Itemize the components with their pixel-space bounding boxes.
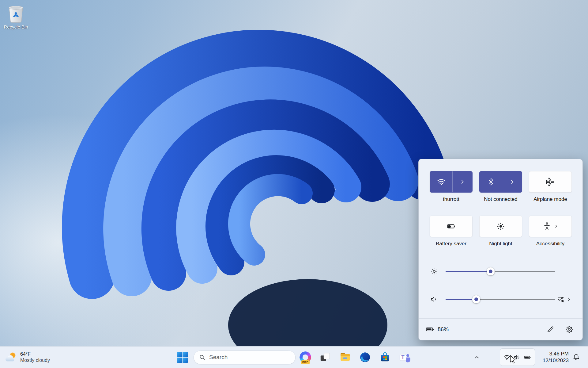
battery-saver-button[interactable] bbox=[430, 216, 473, 237]
recycle-bin-label: Recycle Bin bbox=[4, 24, 28, 29]
chevron-up-icon bbox=[473, 354, 480, 361]
wifi-icon bbox=[503, 354, 511, 361]
settings-button[interactable] bbox=[565, 325, 573, 333]
notifications-button[interactable] bbox=[572, 354, 580, 361]
edge-button[interactable] bbox=[358, 349, 372, 365]
edit-quick-settings-button[interactable] bbox=[546, 325, 554, 333]
partly-cloudy-icon bbox=[4, 351, 17, 363]
taskbar-center: Search bbox=[175, 349, 412, 365]
night-light-button[interactable] bbox=[479, 216, 522, 237]
volume-fill bbox=[446, 299, 476, 300]
airplane-mode-label: Airplane mode bbox=[533, 196, 567, 202]
windows-start-icon bbox=[177, 352, 188, 363]
recycle-bin[interactable]: Recycle Bin bbox=[2, 3, 29, 29]
night-light-label: Night light bbox=[489, 241, 512, 247]
hidden-icons-button[interactable] bbox=[473, 349, 481, 365]
edge-icon bbox=[359, 351, 371, 363]
volume-slider[interactable] bbox=[446, 299, 555, 300]
wifi-button[interactable] bbox=[430, 171, 473, 193]
taskbar-apps: PRE bbox=[298, 349, 412, 365]
clock[interactable]: 3:46 PM 12/10/2023 bbox=[543, 351, 569, 364]
bluetooth-label: Not connected bbox=[484, 196, 518, 202]
copilot-preview-button[interactable]: PRE bbox=[298, 349, 313, 365]
clock-date: 12/10/2023 bbox=[543, 357, 569, 364]
taskbar: 64°F Mostly cloudy bbox=[0, 346, 588, 368]
teams-button[interactable]: T bbox=[398, 349, 412, 365]
bluetooth-icon bbox=[480, 171, 502, 192]
quick-settings-tray-button[interactable] bbox=[500, 348, 535, 366]
accessibility-icon bbox=[542, 222, 552, 231]
wifi-expand-chevron-icon[interactable] bbox=[453, 171, 472, 192]
quick-settings-row-1: thurrott Not connected bbox=[430, 171, 571, 202]
speaker-icon bbox=[514, 354, 521, 361]
battery-status-button[interactable] bbox=[425, 325, 435, 333]
search-box[interactable]: Search bbox=[194, 351, 296, 364]
accessibility-button[interactable] bbox=[529, 216, 572, 237]
search-placeholder: Search bbox=[209, 354, 228, 361]
battery-icon bbox=[524, 354, 531, 361]
desktop: Recycle Bin thurrott bbox=[0, 0, 588, 368]
onedrive-button[interactable] bbox=[485, 365, 496, 368]
file-explorer-icon bbox=[339, 351, 352, 363]
brightness-slider-thumb[interactable] bbox=[487, 267, 495, 275]
clock-time: 3:46 PM bbox=[549, 351, 569, 357]
weather-temperature: 64°F bbox=[20, 351, 50, 357]
pencil-icon bbox=[546, 325, 554, 333]
microsoft-store-icon bbox=[379, 351, 391, 363]
copilot-preview-badge: PRE bbox=[301, 360, 310, 364]
quick-settings-panel: thurrott Not connected bbox=[418, 159, 583, 340]
audio-output-icon bbox=[557, 295, 565, 303]
airplane-icon bbox=[546, 177, 555, 186]
quick-settings-row-2: Battery saver Night light bbox=[430, 216, 571, 247]
gear-icon bbox=[565, 325, 573, 333]
wifi-icon bbox=[430, 171, 452, 192]
battery-icon bbox=[425, 325, 435, 333]
recycle-bin-icon bbox=[6, 3, 26, 23]
bell-icon bbox=[572, 354, 580, 361]
file-explorer-button[interactable] bbox=[338, 349, 352, 365]
night-light-icon bbox=[496, 222, 505, 231]
bluetooth-button[interactable] bbox=[479, 171, 522, 193]
battery-saver-icon bbox=[447, 222, 456, 231]
accessibility-label: Accessibility bbox=[536, 241, 565, 247]
wallpaper-bloom bbox=[31, 6, 447, 362]
task-view-button[interactable] bbox=[318, 349, 333, 365]
brightness-slider[interactable] bbox=[446, 271, 555, 272]
search-icon bbox=[199, 354, 205, 361]
accessibility-expand-chevron-icon bbox=[554, 224, 558, 228]
airplane-mode-button[interactable] bbox=[529, 171, 572, 193]
brightness-fill bbox=[446, 271, 491, 272]
wifi-label: thurrott bbox=[443, 196, 459, 202]
brightness-row bbox=[419, 263, 582, 279]
volume-row bbox=[419, 291, 582, 307]
quick-settings-footer: 86% bbox=[419, 318, 582, 340]
task-view-icon bbox=[319, 351, 331, 363]
battery-saver-label: Battery saver bbox=[436, 241, 466, 247]
start-button[interactable] bbox=[175, 349, 190, 365]
widgets-weather-button[interactable]: 64°F Mostly cloudy bbox=[4, 351, 50, 363]
teams-icon: T bbox=[399, 351, 411, 363]
chevron-right-icon bbox=[566, 297, 571, 302]
brightness-icon bbox=[430, 267, 439, 275]
microsoft-store-button[interactable] bbox=[378, 349, 392, 365]
svg-text:T: T bbox=[401, 355, 405, 360]
speaker-icon bbox=[430, 295, 439, 303]
weather-condition: Mostly cloudy bbox=[20, 357, 50, 363]
volume-slider-thumb[interactable] bbox=[472, 295, 480, 303]
audio-output-button[interactable] bbox=[557, 295, 571, 303]
battery-percent-label: 86% bbox=[438, 326, 449, 333]
bluetooth-expand-chevron-icon[interactable] bbox=[502, 171, 522, 192]
